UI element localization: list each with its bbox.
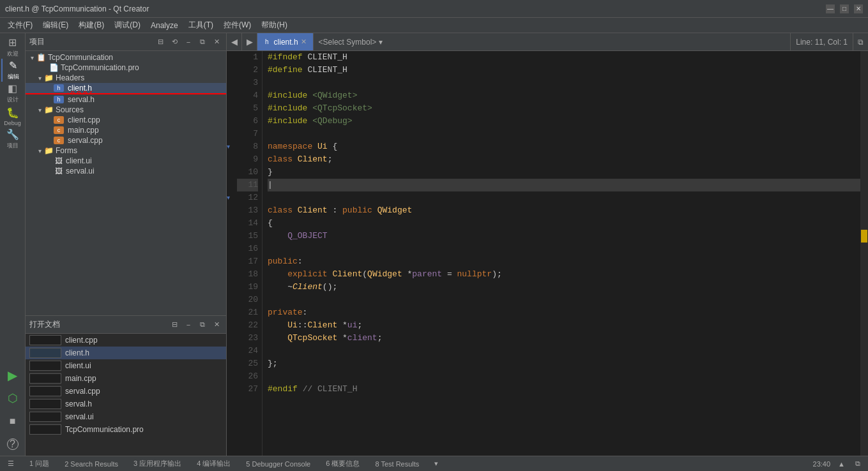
status-tab-debugger-console[interactable]: 5 Debugger Console	[243, 460, 313, 468]
tree-arrow: ▾	[28, 54, 36, 61]
tab-back-button[interactable]: ◀	[227, 33, 242, 50]
doc-item-serval-ui[interactable]: serval.ui	[26, 410, 226, 423]
menu-tools[interactable]: 工具(T)	[183, 19, 218, 32]
status-collapse-button[interactable]: ▲	[835, 460, 848, 468]
open-docs-filter-button[interactable]: ⊟	[169, 319, 180, 331]
sidebar-item-stop[interactable]: ■	[1, 410, 24, 433]
fold-gutter: ▾ ▾	[227, 51, 237, 456]
close-panel-button[interactable]: ✕	[211, 36, 222, 48]
tab-close-button[interactable]: ✕	[301, 38, 307, 46]
project-file-icon: 📋	[36, 53, 46, 62]
tree-item-client-h[interactable]: h client.h	[26, 83, 226, 94]
code-content[interactable]: #ifndef CLIENT_H #define CLIENT_H #inclu…	[263, 51, 868, 456]
open-docs-collapse-button[interactable]: −	[183, 319, 194, 331]
sidebar-item-debug-run[interactable]: ⬡	[1, 387, 24, 410]
collapse-button[interactable]: −	[183, 36, 194, 48]
sidebar-item-edit[interactable]: ✎ 编辑	[1, 59, 24, 82]
tree-label: serval.cpp	[68, 136, 103, 145]
menu-edit[interactable]: 编辑(E)	[38, 19, 73, 32]
status-sidebar-toggle[interactable]: ☰	[5, 460, 17, 468]
doc-item-serval-cpp[interactable]: serval.cpp	[26, 385, 226, 398]
tree-item-client-ui[interactable]: 🖼 client.ui	[26, 156, 226, 166]
doc-preview	[29, 386, 61, 396]
open-docs-list: client.cpp client.h client.ui main.cpp s…	[26, 334, 226, 456]
status-more-button[interactable]: ▾	[432, 460, 441, 468]
project-tree: ▾ 📋 TcpCommunication 📄 TcpCommunication.…	[26, 51, 226, 315]
tree-item-headers[interactable]: ▾ 📁 Headers	[26, 73, 226, 83]
status-tab-compile-output[interactable]: 4 编译输出	[194, 459, 233, 468]
filter-button[interactable]: ⊟	[155, 36, 166, 48]
cpp-file-icon2: c	[54, 126, 64, 134]
status-tab-label: 5 Debugger Console	[246, 460, 310, 468]
sidebar-item-run[interactable]: ▶	[1, 364, 24, 387]
doc-item-client-ui[interactable]: client.ui	[26, 359, 226, 372]
window-controls[interactable]: — □ ✕	[826, 4, 863, 13]
menu-build[interactable]: 构建(B)	[73, 19, 109, 32]
cpp-file-icon: c	[54, 116, 64, 124]
line-info-text: Line: 11, Col: 1	[796, 38, 848, 47]
tree-label: Headers	[56, 73, 84, 82]
tree-item-pro[interactable]: 📄 TcpCommunication.pro	[26, 63, 226, 73]
run-icon: ▶	[8, 368, 17, 383]
maximize-button[interactable]: □	[840, 4, 849, 13]
open-docs-panel: 打开文档 ⊟ − ⧉ ✕ client.cpp client.h client.…	[26, 315, 226, 456]
doc-item-client-cpp[interactable]: client.cpp	[26, 334, 226, 347]
tree-item-tcpcommunication[interactable]: ▾ 📋 TcpCommunication	[26, 52, 226, 63]
menu-analyze[interactable]: Analyze	[146, 20, 183, 31]
cpp-file-icon3: c	[54, 137, 64, 144]
editor-expand-button[interactable]: ⧉	[853, 33, 868, 50]
edit-icon: ✎	[9, 59, 17, 71]
doc-item-client-h[interactable]: client.h	[26, 347, 226, 359]
sidebar-item-label: 项目	[7, 142, 19, 150]
tree-arrow: ▾	[36, 75, 43, 82]
status-tab-issues[interactable]: 1 问题	[27, 459, 52, 468]
tree-item-client-cpp[interactable]: c client.cpp	[26, 115, 226, 125]
status-tab-test-results[interactable]: 8 Test Results	[372, 460, 422, 468]
doc-item-serval-h[interactable]: serval.h	[26, 398, 226, 410]
open-docs-float-button[interactable]: ⧉	[197, 319, 208, 331]
minimize-button[interactable]: —	[826, 4, 835, 13]
tree-item-serval-cpp[interactable]: c serval.cpp	[26, 135, 226, 146]
tab-forward-button[interactable]: ▶	[242, 33, 257, 50]
status-tab-app-output[interactable]: 3 应用程序输出	[131, 459, 184, 468]
close-button[interactable]: ✕	[854, 4, 863, 13]
menu-help[interactable]: 帮助(H)	[256, 19, 293, 32]
doc-item-tcpcommunication-pro[interactable]: TcpCommunication.pro	[26, 423, 226, 436]
tab-symbol-selector[interactable]: <Select Symbol> ▾	[314, 33, 791, 50]
status-tab-overview[interactable]: 6 概要信息	[323, 459, 362, 468]
status-tab-search-results[interactable]: 2 Search Results	[62, 460, 121, 468]
status-expand-button[interactable]: ⧉	[853, 460, 863, 468]
scrollbar[interactable]	[860, 51, 868, 456]
doc-label: serval.cpp	[65, 387, 100, 396]
scrollbar-thumb[interactable]	[861, 230, 867, 243]
float-button[interactable]: ⧉	[197, 36, 208, 48]
symbol-dropdown-icon: ▾	[379, 38, 383, 47]
menu-debug[interactable]: 调试(D)	[109, 19, 146, 32]
sync-button[interactable]: ⟲	[169, 36, 180, 48]
line-numbers: 1234567 89101112 13141516171819 20212223…	[237, 51, 263, 456]
doc-preview	[29, 424, 61, 435]
doc-item-main-cpp[interactable]: main.cpp	[26, 372, 226, 385]
code-editor[interactable]: ▾ ▾ 1234567 89101112 13141516171819 2021…	[227, 51, 868, 456]
tab-client-h[interactable]: h client.h ✕	[257, 33, 314, 50]
status-tab-label: 3 应用程序输出	[133, 459, 181, 468]
sidebar-item-debug[interactable]: 🐛 Debug	[1, 105, 24, 128]
menu-bar: 文件(F) 编辑(E) 构建(B) 调试(D) Analyze 工具(T) 控件…	[0, 18, 868, 33]
menu-controls[interactable]: 控件(W)	[218, 19, 256, 32]
tree-label: TcpCommunication	[48, 53, 113, 62]
tree-item-serval-ui[interactable]: 🖼 serval.ui	[26, 166, 226, 176]
tree-label: client.cpp	[68, 116, 100, 124]
sidebar-item-design[interactable]: ◧ 设计	[1, 82, 24, 105]
sidebar-item-welcome[interactable]: ⊞ 欢迎	[1, 36, 24, 59]
tree-item-main-cpp[interactable]: c main.cpp	[26, 125, 226, 135]
status-time: 23:40	[813, 460, 831, 468]
sidebar-item-help[interactable]: ?	[1, 433, 24, 456]
open-docs-close-button[interactable]: ✕	[211, 319, 222, 331]
tree-item-forms[interactable]: ▾ 📁 Forms	[26, 146, 226, 156]
menu-file[interactable]: 文件(F)	[3, 19, 38, 32]
tree-item-sources[interactable]: ▾ 📁 Sources	[26, 105, 226, 115]
tree-item-serval-h[interactable]: h serval.h	[26, 94, 226, 105]
sidebar-item-project[interactable]: 🔧 项目	[1, 128, 24, 151]
ui-file-icon: 🖼	[54, 156, 64, 165]
project-panel-title: 项目	[29, 36, 152, 47]
